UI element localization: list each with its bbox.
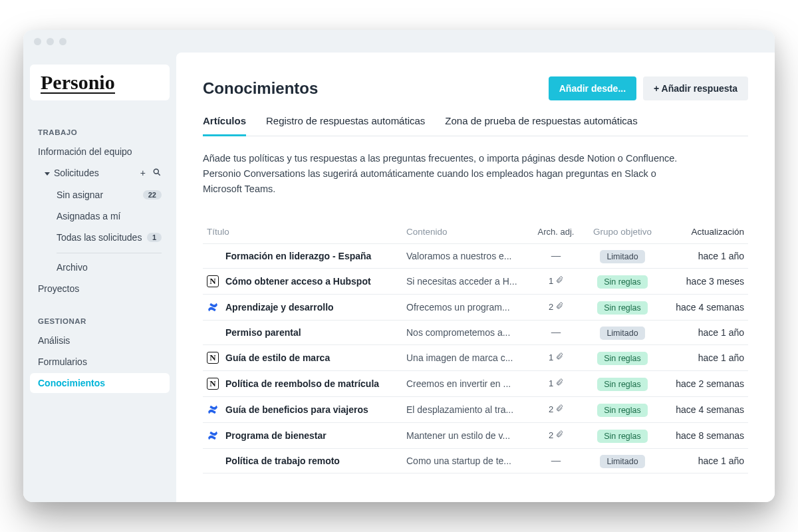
article-title: Aprendizaje y desarrollo bbox=[225, 302, 334, 313]
traffic-light-max[interactable] bbox=[59, 38, 66, 45]
article-updated: hace 2 semanas bbox=[676, 378, 744, 389]
svg-line-1 bbox=[158, 173, 160, 175]
tab-auto-reply-log[interactable]: Registro de respuestas automáticas bbox=[266, 115, 425, 136]
article-title: Formación en liderazgo - España bbox=[225, 251, 371, 261]
count-badge: 1 bbox=[147, 233, 162, 242]
table-row[interactable]: Guía de beneficios para viajerosEl despl… bbox=[203, 397, 748, 423]
sidebar-item-forms[interactable]: Formularios bbox=[30, 352, 170, 372]
article-target-group: Sin reglas bbox=[597, 430, 648, 441]
target-group-pill: Limitado bbox=[600, 250, 644, 263]
article-content-preview: Si necesitas acceder a H... bbox=[406, 276, 533, 287]
article-target-group: Sin reglas bbox=[597, 378, 648, 389]
table-row[interactable]: Formación en liderazgo - EspañaValoramos… bbox=[203, 244, 748, 269]
article-title: Permiso parental bbox=[225, 327, 301, 338]
article-updated: hace 3 meses bbox=[686, 276, 744, 287]
sidebar-item-team-info[interactable]: Información del equipo bbox=[30, 142, 170, 162]
window-titlebar bbox=[23, 30, 775, 53]
article-updated: hace 1 año bbox=[698, 251, 744, 261]
traffic-light-min[interactable] bbox=[47, 38, 54, 45]
article-updated: hace 4 semanas bbox=[676, 302, 744, 313]
article-title: Política de trabajo remoto bbox=[225, 456, 340, 466]
target-group-pill: Sin reglas bbox=[597, 352, 648, 365]
sidebar-item-label: Formularios bbox=[38, 356, 87, 367]
sidebar-item-projects[interactable]: Proyectos bbox=[30, 279, 170, 299]
target-group-pill: Sin reglas bbox=[597, 430, 648, 443]
sidebar-item-analysis[interactable]: Análisis bbox=[30, 331, 170, 350]
sidebar-item-label: Información del equipo bbox=[38, 146, 132, 157]
app-window: Personio TRABAJO Información del equipo … bbox=[23, 30, 775, 502]
article-attachments: 1 bbox=[549, 275, 563, 287]
search-icon[interactable] bbox=[152, 168, 162, 179]
article-updated: hace 4 semanas bbox=[676, 404, 744, 415]
tab-auto-reply-sandbox[interactable]: Zona de prueba de respuestas automáticas bbox=[445, 115, 637, 136]
main-content: Conocimientos Añadir desde... + Añadir r… bbox=[176, 53, 775, 502]
article-updated: hace 1 año bbox=[698, 327, 744, 338]
article-target-group: Sin reglas bbox=[597, 276, 648, 287]
article-content-preview: Creemos en invertir en ... bbox=[406, 378, 533, 389]
articles-table: Título Contenido Arch. adj. Grupo objeti… bbox=[203, 220, 748, 473]
target-group-pill: Sin reglas bbox=[597, 378, 648, 391]
table-row[interactable]: Programa de bienestarMantener un estilo … bbox=[203, 423, 748, 449]
article-target-group: Sin reglas bbox=[597, 404, 648, 415]
article-updated: hace 1 año bbox=[698, 352, 744, 363]
sidebar-item-label: Sin asignar bbox=[57, 190, 103, 200]
confluence-icon bbox=[207, 301, 219, 313]
notion-icon: N bbox=[207, 378, 219, 390]
article-attachments: 2 bbox=[549, 430, 563, 441]
article-content-preview: El desplazamiento al tra... bbox=[406, 404, 533, 415]
sidebar-item-label: Solicitudes bbox=[54, 168, 99, 178]
table-row[interactable]: NGuía de estilo de marcaUna imagen de ma… bbox=[203, 345, 748, 371]
table-row[interactable]: Permiso parentalNos comprometemos a...––… bbox=[203, 321, 748, 345]
plus-icon[interactable]: + bbox=[140, 168, 146, 179]
sidebar-item-requests[interactable]: Solicitudes + bbox=[30, 163, 170, 184]
count-badge: 22 bbox=[143, 190, 162, 200]
notion-icon: N bbox=[207, 352, 219, 364]
traffic-light-close[interactable] bbox=[34, 38, 41, 45]
confluence-icon bbox=[207, 430, 219, 442]
page-intro: Añade tus políticas y tus respuestas a l… bbox=[203, 151, 695, 198]
table-row[interactable]: NCómo obtener acceso a HubspotSi necesit… bbox=[203, 269, 748, 295]
article-attachments: 1 bbox=[549, 378, 563, 389]
sidebar: Personio TRABAJO Información del equipo … bbox=[23, 53, 176, 502]
article-updated: hace 1 año bbox=[698, 456, 744, 466]
article-title: Guía de estilo de marca bbox=[225, 352, 330, 363]
sidebar-item-all-requests[interactable]: Todas las solicitudes 1 bbox=[30, 227, 170, 247]
sidebar-item-label: Análisis bbox=[38, 335, 70, 346]
add-from-button[interactable]: Añadir desde... bbox=[549, 76, 636, 100]
page-title: Conocimientos bbox=[203, 79, 318, 98]
table-row[interactable]: NPolítica de reembolso de matrículaCreem… bbox=[203, 371, 748, 397]
article-target-group: Limitado bbox=[600, 456, 644, 466]
brand-logo: Personio bbox=[41, 74, 115, 94]
col-attachments: Arch. adj. bbox=[538, 227, 575, 237]
sidebar-item-label: Proyectos bbox=[38, 283, 79, 294]
confluence-icon bbox=[207, 404, 219, 416]
tab-bar: Artículos Registro de respuestas automát… bbox=[203, 115, 748, 136]
paperclip-icon bbox=[555, 378, 563, 389]
table-row[interactable]: Política de trabajo remotoComo una start… bbox=[203, 449, 748, 473]
sidebar-item-knowledge[interactable]: Conocimientos bbox=[30, 373, 170, 393]
article-target-group: Sin reglas bbox=[597, 352, 648, 363]
sidebar-item-archive[interactable]: Archivo bbox=[30, 257, 170, 277]
sidebar-item-label: Archivo bbox=[57, 262, 88, 273]
svg-point-0 bbox=[154, 169, 158, 174]
target-group-pill: Limitado bbox=[600, 327, 644, 340]
article-attachments: –– bbox=[551, 456, 561, 466]
table-row[interactable]: Aprendizaje y desarrolloOfrecemos un pro… bbox=[203, 295, 748, 321]
paperclip-icon bbox=[555, 275, 563, 287]
sidebar-item-assigned-to-me[interactable]: Asignadas a mí bbox=[30, 206, 170, 226]
col-target-group: Grupo objetivo bbox=[593, 227, 652, 237]
tab-articles[interactable]: Artículos bbox=[203, 115, 246, 136]
logo-card: Personio bbox=[30, 65, 170, 100]
sidebar-section-trabajo: TRABAJO bbox=[30, 122, 170, 140]
article-title: Cómo obtener acceso a Hubspot bbox=[225, 276, 371, 287]
sidebar-item-unassigned[interactable]: Sin asignar 22 bbox=[30, 185, 170, 205]
col-content: Contenido bbox=[406, 227, 533, 237]
divider bbox=[57, 253, 162, 253]
article-content-preview: Nos comprometemos a... bbox=[406, 327, 533, 338]
article-updated: hace 8 semanas bbox=[676, 430, 744, 441]
paperclip-icon bbox=[555, 404, 563, 415]
target-group-pill: Sin reglas bbox=[597, 301, 648, 315]
article-content-preview: Valoramos a nuestros e... bbox=[406, 251, 533, 261]
add-answer-button[interactable]: + Añadir respuesta bbox=[643, 76, 748, 100]
paperclip-icon bbox=[555, 301, 563, 313]
